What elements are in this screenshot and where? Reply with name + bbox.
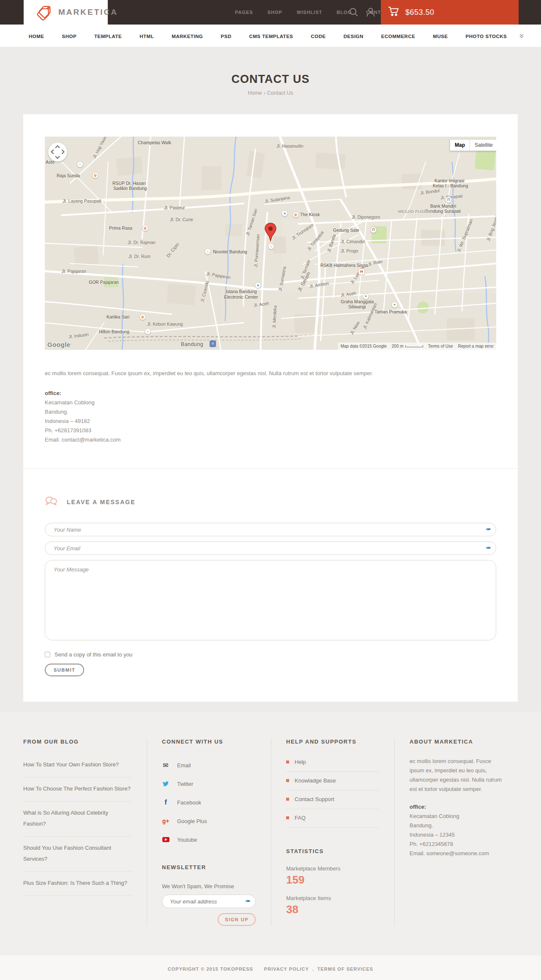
social-link-email[interactable]: ✉ Email: [162, 756, 256, 774]
map-label: Jl. Cimandiri: [341, 239, 365, 244]
youtube-icon: [162, 837, 169, 842]
bank-poi-icon: Π: [445, 197, 452, 203]
square-bullet-icon: [286, 816, 289, 819]
email-input[interactable]: [45, 542, 496, 555]
report-map-error-link[interactable]: Report a map error: [458, 344, 494, 349]
form-heading: LEAVE A MESSAGE: [67, 499, 136, 505]
pan-up-arrow-icon[interactable]: [55, 145, 60, 150]
category-nav-item[interactable]: PHOTO STOCKS: [466, 32, 507, 40]
map-label: Bandung: [181, 341, 203, 347]
satellite-view-button[interactable]: Satellite: [470, 139, 496, 151]
stat-value: 38: [286, 903, 379, 916]
category-nav-item[interactable]: MUSE: [433, 32, 448, 40]
map-label: MESJID PUSDAI: [398, 209, 431, 214]
park-poi-icon: ●: [363, 293, 369, 299]
terms-of-use-link[interactable]: Terms of Use: [428, 344, 453, 349]
category-nav-item[interactable]: MARKETING: [172, 32, 203, 40]
header-nav-pages[interactable]: PAGES: [235, 10, 253, 15]
header-nav-wishlist[interactable]: WISHLIST: [297, 10, 322, 15]
map-label: Jl. Diponegoro: [352, 214, 380, 220]
send-copy-checkbox[interactable]: [45, 652, 50, 657]
stat-label: Marketplace Items: [286, 895, 379, 901]
hospital-poi-icon: H: [358, 269, 365, 275]
category-nav-item[interactable]: PSD: [221, 32, 231, 40]
about-office-block: office: Kecamatan Coblong Bandung. Indon…: [410, 802, 503, 858]
help-link[interactable]: Knowladge Base: [286, 772, 379, 791]
terms-of-services-link[interactable]: TERMS OF SERVICES: [317, 966, 373, 972]
category-nav-item[interactable]: ECOMMERCE: [381, 32, 415, 40]
map-label: Jl. Hasanudin: [276, 143, 303, 148]
map-label: Kantor Imigrasi: [434, 178, 464, 183]
category-nav-item[interactable]: DESIGN: [344, 32, 363, 40]
message-field-wrapper: [45, 560, 496, 640]
social-link-googleplus[interactable]: g+ Google Plus: [162, 812, 256, 830]
breadcrumb: Home›Contact Us: [0, 90, 541, 96]
map-pan-control[interactable]: [48, 143, 67, 162]
map-label: Champelas Walk: [138, 140, 171, 145]
map-label: RSUP Dr. Hasan: [112, 181, 146, 186]
logo[interactable]: MARKETICA: [24, 0, 108, 25]
square-bullet-icon: [286, 760, 289, 763]
category-nav-item[interactable]: HTML: [139, 32, 154, 40]
user-account-icon[interactable]: [364, 6, 377, 19]
office-label: office:: [45, 389, 496, 398]
office-line: Kecamatan Coblong: [45, 398, 496, 407]
signup-button[interactable]: SIGN UP: [218, 913, 256, 926]
page-header: CONTACT US Home›Contact Us: [0, 47, 541, 96]
category-nav-item[interactable]: HOME: [29, 32, 44, 40]
search-icon[interactable]: [347, 6, 360, 19]
map-label: Hilton Bandung: [99, 329, 129, 334]
cart-icon: [388, 6, 399, 19]
footer-blog-column: FROM OUR BLOG How To Start Your Own Fash…: [23, 738, 147, 926]
cart-button[interactable]: $653.50: [381, 0, 519, 25]
social-link-youtube[interactable]: Youtube: [162, 830, 256, 849]
chevron-double-down-icon[interactable]: [519, 33, 524, 38]
map-label: Istana Bandung: [226, 289, 257, 294]
header-nav-shop[interactable]: SHOP: [268, 10, 282, 15]
help-link[interactable]: Help: [286, 753, 379, 772]
map-scale-bar: 200 m: [392, 344, 423, 349]
office-line: Ph. +62817391083: [45, 426, 496, 435]
name-field-wrapper: ✒: [45, 523, 496, 536]
pan-down-arrow-icon[interactable]: [55, 154, 60, 159]
message-textarea[interactable]: [45, 560, 496, 640]
category-nav-item[interactable]: SHOP: [62, 32, 77, 40]
blog-post-link[interactable]: How To Start Your Own Fashion Store?: [23, 753, 131, 777]
office-line: Kecamatan Coblong: [410, 812, 503, 821]
help-links-list: HelpKnowladge BaseContact SupportFAQ: [286, 753, 379, 828]
map-label: Jl. Layang Pasupati: [63, 198, 101, 203]
map-view-button[interactable]: Map: [450, 139, 470, 151]
social-link-facebook[interactable]: f Facebook: [162, 793, 256, 812]
help-link[interactable]: FAQ: [286, 809, 379, 828]
bottom-bar: COPYRIGHT © 2015 TOKOPRESS PRIVACY POLIC…: [0, 955, 541, 980]
park-poi-icon: ●: [391, 302, 398, 308]
category-nav-item[interactable]: CODE: [311, 32, 326, 40]
map-label: Graha Manggala: [341, 299, 374, 304]
map-label: Kartika Sari: [107, 314, 129, 319]
name-input[interactable]: [45, 523, 496, 536]
about-text: ec mollis lorem consequat. Fusce ipsum e…: [410, 757, 503, 794]
privacy-policy-link[interactable]: PRIVACY POLICY: [264, 966, 309, 972]
hotel-poi-icon: ⌂: [77, 161, 83, 167]
blog-post-link[interactable]: Should You Use Fashion Consultant Servic…: [23, 837, 131, 872]
map-label: Jl. Pajajaran: [62, 269, 86, 274]
google-map[interactable]: Jl. Haji YasinChampelas WalkJl. Hasanudi…: [45, 137, 496, 350]
pan-right-arrow-icon[interactable]: [60, 149, 64, 154]
office-line: Indonesia – 12345: [410, 830, 503, 840]
blog-post-link[interactable]: What is So Alluring About Celebrity Fash…: [23, 802, 131, 837]
category-nav-item[interactable]: CMS TEMPLATES: [249, 32, 293, 40]
newsletter-tagline: We Won't Spam, We Promise: [162, 883, 256, 889]
social-link-twitter[interactable]: Twitter: [162, 774, 256, 793]
map-label: The Kiosk: [300, 212, 320, 217]
blog-post-link[interactable]: Plus Size Fashion: Is There Such a Thing…: [23, 872, 131, 896]
category-nav-item[interactable]: TEMPLATE: [94, 32, 122, 40]
breadcrumb-home[interactable]: Home: [248, 90, 262, 96]
pen-icon: ✒: [245, 897, 250, 905]
submit-button[interactable]: SUBMIT: [45, 664, 84, 676]
help-link[interactable]: Contact Support: [286, 791, 379, 809]
footer-about-column: ABOUT MARKETICA ec mollis lorem consequa…: [394, 738, 518, 926]
map-marker-pin[interactable]: [264, 222, 277, 244]
pan-left-arrow-icon[interactable]: [51, 149, 55, 154]
category-nav-list: HOMESHOPTEMPLATEHTMLMARKETINGPSDCMS TEMP…: [29, 32, 519, 40]
blog-post-link[interactable]: How To Choose The Perfect Fashion Store?: [23, 777, 131, 802]
